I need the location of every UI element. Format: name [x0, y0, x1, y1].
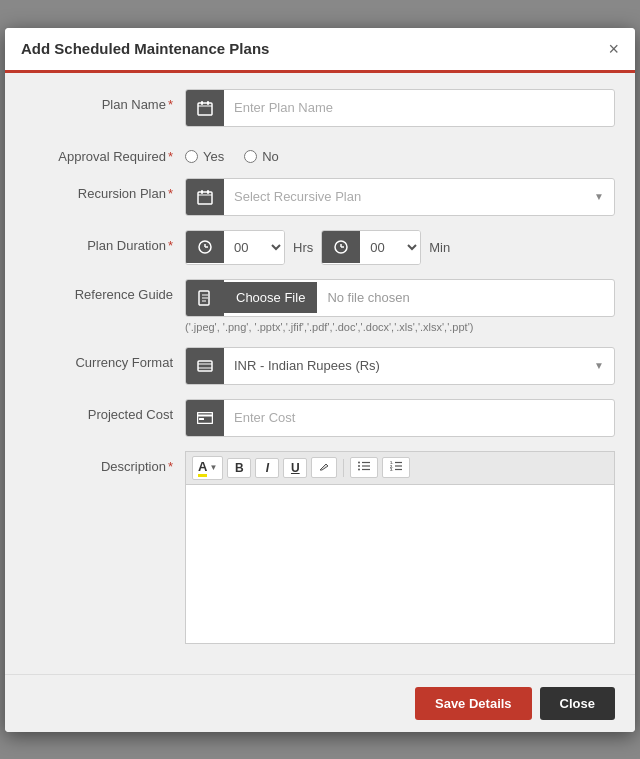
choose-file-button[interactable]: Choose File: [224, 282, 317, 313]
approval-required-label: Approval Required*: [25, 141, 185, 164]
modal-body: Plan Name*: [5, 73, 635, 674]
modal-title: Add Scheduled Maintenance Plans: [21, 40, 269, 57]
approval-no-label[interactable]: No: [244, 149, 279, 164]
svg-rect-7: [207, 190, 209, 194]
cost-control: [185, 399, 615, 437]
description-control: A ▼ B I U: [185, 451, 615, 644]
approval-yes-label[interactable]: Yes: [185, 149, 224, 164]
currency-select-wrap: INR - Indian Rupees (Rs) ▼: [185, 347, 615, 385]
bullet-list-button[interactable]: [350, 457, 378, 478]
hrs-clock-icon: [186, 231, 224, 263]
file-name-text: No file chosen: [317, 282, 419, 313]
recursion-plan-label: Recursion Plan*: [25, 178, 185, 201]
close-button[interactable]: Close: [540, 687, 615, 720]
toolbar-divider: [343, 459, 344, 477]
bold-button[interactable]: B: [227, 458, 251, 478]
currency-icon: [186, 348, 224, 384]
file-doc-icon: [186, 280, 224, 316]
reference-guide-row: Reference Guide Choose File No file chos…: [25, 279, 615, 333]
plan-name-label: Plan Name*: [25, 89, 185, 112]
svg-point-27: [358, 469, 360, 471]
modal-header: Add Scheduled Maintenance Plans ×: [5, 28, 635, 73]
recursion-plan-select[interactable]: Select Recursive Plan: [224, 181, 594, 212]
hrs-select[interactable]: 00 01 02 03: [224, 231, 284, 264]
recursion-dropdown-arrow: ▼: [594, 191, 614, 202]
approval-yes-radio[interactable]: [185, 150, 198, 163]
approval-radio-group: Yes No: [185, 141, 615, 164]
recursion-plan-row: Recursion Plan* Select Recursive Plan: [25, 178, 615, 216]
min-clock-icon: [322, 231, 360, 263]
numbered-list-button[interactable]: 1. 2. 3.: [382, 457, 410, 478]
recursion-control: Select Recursive Plan ▼: [185, 178, 615, 216]
min-select[interactable]: 00 15 30 45: [360, 231, 420, 264]
duration-control: 00 01 02 03 Hrs: [185, 230, 615, 265]
plan-name-input-wrap: [185, 89, 615, 127]
svg-point-25: [358, 462, 360, 464]
approval-required-row: Approval Required* Yes No: [25, 141, 615, 164]
recursion-calendar-icon: [186, 179, 224, 215]
currency-select[interactable]: INR - Indian Rupees (Rs): [224, 350, 594, 381]
description-row: Description* A ▼ B I U: [25, 451, 615, 644]
currency-format-row: Currency Format INR - Indian Rupees (Rs): [25, 347, 615, 385]
description-editor[interactable]: [185, 484, 615, 644]
approval-control: Yes No: [185, 141, 615, 164]
save-details-button[interactable]: Save Details: [415, 687, 532, 720]
min-box: 00 15 30 45: [321, 230, 421, 265]
svg-text:3.: 3.: [390, 467, 393, 472]
svg-rect-3: [207, 101, 209, 105]
svg-rect-4: [198, 192, 212, 204]
reference-guide-label: Reference Guide: [25, 279, 185, 302]
min-label: Min: [429, 240, 450, 255]
cost-card-icon: [186, 400, 224, 436]
currency-control: INR - Indian Rupees (Rs) ▼: [185, 347, 615, 385]
plan-name-row: Plan Name*: [25, 89, 615, 127]
eraser-button[interactable]: [311, 457, 337, 478]
svg-rect-2: [201, 101, 203, 105]
editor-toolbar: A ▼ B I U: [185, 451, 615, 484]
svg-rect-6: [201, 190, 203, 194]
plan-duration-row: Plan Duration* 00: [25, 230, 615, 265]
file-hint: ('.jpeg', '.png', '.pptx','.jfif','.pdf'…: [185, 321, 615, 333]
duration-inputs: 00 01 02 03 Hrs: [185, 230, 615, 265]
projected-cost-label: Projected Cost: [25, 399, 185, 422]
plan-name-input[interactable]: [224, 92, 614, 123]
svg-rect-0: [198, 103, 212, 115]
hrs-box: 00 01 02 03: [185, 230, 285, 265]
svg-rect-23: [199, 418, 204, 420]
file-input-wrap: Choose File No file chosen: [185, 279, 615, 317]
currency-dropdown-arrow: ▼: [594, 360, 614, 371]
plan-name-control: [185, 89, 615, 127]
modal-container: Add Scheduled Maintenance Plans × Plan N…: [5, 28, 635, 732]
projected-cost-input[interactable]: [224, 402, 614, 433]
description-label: Description*: [25, 451, 185, 474]
reference-control: Choose File No file chosen ('.jpeg', '.p…: [185, 279, 615, 333]
recursion-select-wrap: Select Recursive Plan ▼: [185, 178, 615, 216]
currency-format-label: Currency Format: [25, 347, 185, 370]
calendar-icon: [186, 90, 224, 126]
modal-close-button[interactable]: ×: [608, 40, 619, 58]
font-color-button[interactable]: A ▼: [192, 456, 223, 480]
hrs-label: Hrs: [293, 240, 313, 255]
projected-cost-row: Projected Cost: [25, 399, 615, 437]
plan-duration-label: Plan Duration*: [25, 230, 185, 253]
approval-no-radio[interactable]: [244, 150, 257, 163]
svg-rect-18: [198, 361, 212, 371]
underline-button[interactable]: U: [283, 458, 307, 478]
italic-button[interactable]: I: [255, 458, 279, 478]
modal-footer: Save Details Close: [5, 674, 635, 732]
svg-point-26: [358, 465, 360, 467]
cost-input-wrap: [185, 399, 615, 437]
